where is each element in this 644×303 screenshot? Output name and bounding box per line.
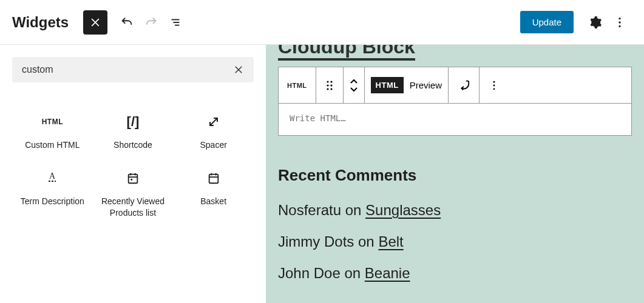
recent-comments-title: Recent Comments	[278, 166, 632, 185]
svg-rect-17	[130, 179, 132, 181]
html-icon: HTML	[42, 113, 63, 131]
html-block-content	[279, 104, 631, 135]
basket-icon	[207, 169, 220, 187]
svg-point-29	[493, 84, 495, 86]
svg-point-30	[493, 88, 495, 90]
comment-post-link[interactable]: Belt	[378, 233, 403, 250]
close-inserter-button[interactable]	[83, 10, 107, 35]
block-spacer[interactable]: Spacer	[173, 107, 254, 157]
svg-point-6	[619, 21, 620, 23]
svg-point-26	[327, 88, 328, 90]
html-label-icon: HTML	[287, 82, 307, 89]
previous-widget-title: Cloudup Block	[278, 45, 415, 61]
shortcode-icon: [/]	[127, 113, 140, 131]
editor-canvas[interactable]: Cloudup Block HTML HTML Preview	[266, 45, 644, 303]
svg-point-25	[330, 84, 332, 86]
block-label: Recently Viewed Products list	[98, 196, 169, 219]
block-search-box	[12, 57, 254, 82]
block-label: Term Description	[21, 196, 84, 207]
list-view-button[interactable]	[163, 10, 188, 35]
undo-button[interactable]	[115, 10, 139, 35]
svg-point-24	[327, 84, 328, 86]
svg-line-10	[210, 118, 217, 125]
html-preview-toggle: HTML Preview	[365, 67, 449, 103]
block-custom-html[interactable]: HTML Custom HTML	[12, 107, 93, 157]
preview-mode-button[interactable]: Preview	[410, 80, 442, 90]
block-type-indicator[interactable]: HTML	[279, 67, 316, 103]
editor-header: Widgets Update	[0, 0, 644, 45]
comment-item: Nosferatu on Sunglasses	[278, 202, 632, 219]
calendar-icon	[126, 169, 140, 187]
svg-point-23	[330, 81, 332, 82]
html-mode-button[interactable]: HTML	[371, 77, 404, 93]
comment-post-link[interactable]: Beanie	[365, 265, 410, 281]
block-shortcode[interactable]: [/] Shortcode	[93, 107, 174, 157]
svg-point-5	[619, 17, 620, 19]
block-label: Spacer	[200, 139, 226, 151]
block-toolbar: HTML HTML Preview	[279, 67, 631, 104]
comment-post-link[interactable]: Sunglasses	[365, 202, 441, 218]
svg-rect-13	[129, 174, 138, 183]
svg-rect-18	[209, 174, 218, 183]
comment-author: John Doe	[278, 265, 341, 281]
block-label: Basket	[200, 196, 226, 207]
block-mover	[344, 67, 365, 103]
move-up-button[interactable]	[350, 79, 358, 85]
svg-point-28	[493, 81, 495, 82]
update-button[interactable]: Update	[520, 11, 574, 33]
settings-button[interactable]	[583, 10, 608, 35]
page-title: Widgets	[12, 14, 69, 31]
block-recently-viewed-products[interactable]: Recently Viewed Products list	[93, 163, 174, 225]
spacer-icon	[206, 113, 221, 131]
move-down-button[interactable]	[350, 86, 358, 92]
block-search-input[interactable]	[22, 64, 233, 75]
block-basket[interactable]: Basket	[173, 163, 254, 225]
drag-handle[interactable]	[316, 67, 344, 103]
svg-text:A: A	[49, 171, 56, 181]
block-options-button[interactable]	[480, 67, 509, 103]
block-grid: HTML Custom HTML [/] Shortcode Spacer A …	[12, 107, 254, 225]
block-inserter-sidebar: HTML Custom HTML [/] Shortcode Spacer A …	[0, 45, 266, 303]
term-icon: A	[45, 169, 59, 187]
comment-item: Jimmy Dots on Belt	[278, 233, 632, 250]
move-to-widget-area-button[interactable]	[449, 67, 480, 103]
comment-item: John Doe on Beanie	[278, 265, 632, 282]
options-button[interactable]	[608, 10, 632, 35]
comment-author: Jimmy Dots	[278, 233, 354, 250]
block-term-description[interactable]: A Term Description	[12, 163, 93, 225]
custom-html-block[interactable]: HTML HTML Preview	[278, 67, 632, 136]
main-area: HTML Custom HTML [/] Shortcode Spacer A …	[0, 45, 644, 303]
svg-point-22	[327, 81, 328, 82]
comment-author: Nosferatu	[278, 202, 341, 218]
clear-search-button[interactable]	[233, 64, 244, 75]
block-label: Shortcode	[114, 139, 152, 151]
svg-point-7	[619, 25, 620, 27]
redo-button[interactable]	[139, 10, 163, 35]
html-textarea[interactable]	[290, 113, 620, 123]
svg-point-27	[330, 88, 332, 90]
block-label: Custom HTML	[25, 139, 80, 151]
